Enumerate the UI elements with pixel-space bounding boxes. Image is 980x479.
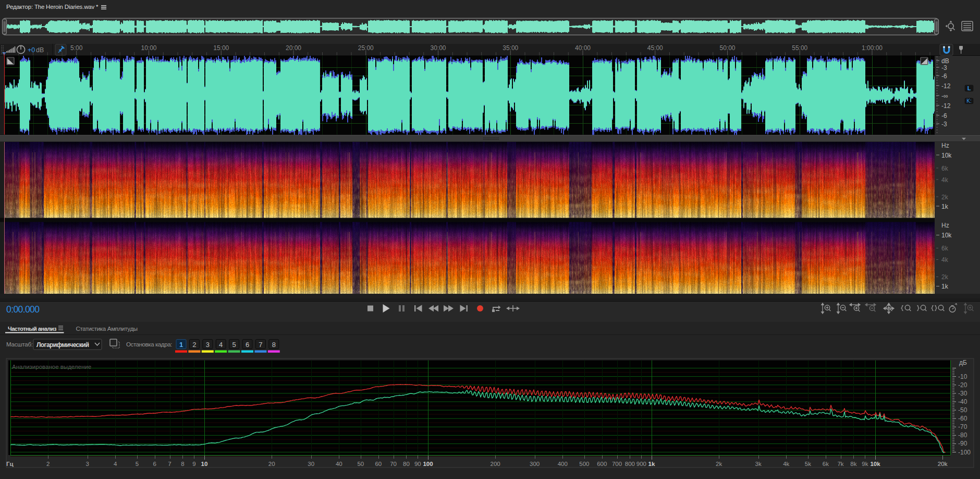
svg-text:4k: 4k — [941, 176, 949, 184]
svg-text:5: 5 — [136, 461, 139, 467]
svg-text:1k: 1k — [941, 203, 949, 210]
svg-text:-12: -12 — [941, 102, 951, 110]
svg-text:-10: -10 — [958, 373, 967, 380]
svg-text:3: 3 — [85, 461, 89, 467]
svg-text:дБ: дБ — [959, 359, 967, 366]
svg-text:4k: 4k — [941, 256, 949, 264]
svg-text:60: 60 — [375, 461, 382, 467]
svg-text:5: 5 — [232, 341, 236, 349]
svg-text:-70: -70 — [958, 423, 967, 430]
svg-text:-50: -50 — [958, 406, 967, 414]
svg-text:Остановка кадра:: Остановка кадра: — [126, 341, 172, 348]
svg-text:6k: 6k — [823, 461, 829, 467]
svg-text:20k: 20k — [938, 461, 948, 467]
svg-text:2: 2 — [192, 341, 196, 349]
svg-text:8: 8 — [181, 461, 184, 467]
svg-text:8k: 8k — [850, 461, 856, 467]
svg-text:800: 800 — [625, 461, 635, 467]
svg-text:4k: 4k — [783, 461, 789, 467]
svg-text:Hz: Hz — [941, 222, 949, 229]
svg-text:1k: 1k — [941, 283, 949, 290]
svg-text:55:00: 55:00 — [792, 44, 807, 52]
svg-text:-60: -60 — [958, 415, 967, 422]
svg-text:90: 90 — [414, 461, 421, 467]
svg-text:25:00: 25:00 — [358, 44, 374, 52]
svg-text:dB: dB — [36, 46, 44, 54]
svg-text:-3: -3 — [941, 64, 947, 71]
svg-text:Статистика Амплитуды: Статистика Амплитуды — [76, 326, 138, 332]
svg-text:-20: -20 — [958, 381, 967, 389]
svg-text:600: 600 — [597, 461, 607, 467]
svg-text:2k: 2k — [941, 273, 949, 281]
svg-text:-12: -12 — [941, 82, 951, 90]
svg-text:2k: 2k — [716, 461, 722, 467]
svg-text:6: 6 — [246, 341, 249, 349]
svg-text:+0: +0 — [28, 46, 35, 54]
svg-text:40: 40 — [336, 461, 342, 467]
svg-text:-80: -80 — [958, 432, 967, 439]
svg-text:30:00: 30:00 — [430, 44, 446, 52]
svg-text:-90: -90 — [958, 440, 967, 447]
svg-text:-30: -30 — [958, 390, 967, 397]
svg-text:Частотный анализ: Частотный анализ — [8, 326, 57, 332]
svg-text:Масштаб:: Масштаб: — [6, 341, 33, 348]
svg-text:70: 70 — [390, 461, 397, 467]
svg-text:Анализированое выделение: Анализированое выделение — [12, 364, 91, 370]
svg-text:30: 30 — [308, 461, 314, 467]
svg-text:10k: 10k — [941, 232, 952, 239]
svg-text:15:00: 15:00 — [213, 44, 229, 52]
svg-text:-∞: -∞ — [941, 92, 948, 100]
svg-text:dB: dB — [941, 57, 949, 65]
svg-text:7k: 7k — [837, 461, 843, 467]
svg-text:400: 400 — [558, 461, 568, 467]
svg-text:700: 700 — [612, 461, 622, 467]
svg-text:3k: 3k — [755, 461, 762, 467]
svg-text:2: 2 — [46, 461, 50, 467]
svg-text:6k: 6k — [941, 245, 949, 252]
svg-text:50: 50 — [357, 461, 364, 467]
svg-text:10: 10 — [201, 461, 208, 467]
svg-text:-3: -3 — [941, 121, 947, 128]
svg-text:10:00: 10:00 — [141, 44, 156, 52]
svg-text:4: 4 — [114, 461, 117, 467]
svg-text:50:00: 50:00 — [719, 44, 735, 52]
svg-text:80: 80 — [403, 461, 410, 467]
svg-text:10k: 10k — [870, 461, 880, 467]
svg-text:1k: 1k — [648, 461, 655, 467]
svg-text:8: 8 — [272, 341, 276, 349]
svg-text:L: L — [967, 85, 971, 91]
svg-text:300: 300 — [530, 461, 540, 467]
svg-text:1:00:00: 1:00:00 — [862, 44, 883, 52]
svg-text:5k: 5k — [805, 461, 811, 467]
svg-text:9: 9 — [192, 461, 195, 467]
svg-text:-100: -100 — [958, 449, 971, 456]
svg-text:K:: K: — [966, 98, 971, 104]
svg-text:Гц: Гц — [6, 461, 14, 467]
svg-text:7: 7 — [168, 461, 171, 467]
svg-text:-40: -40 — [958, 398, 967, 405]
svg-text:10k: 10k — [941, 152, 952, 159]
svg-text:4: 4 — [219, 341, 223, 349]
svg-text:-6: -6 — [941, 73, 947, 80]
svg-text:20: 20 — [268, 461, 275, 467]
svg-text:40:00: 40:00 — [575, 44, 591, 52]
svg-text:-6: -6 — [941, 112, 947, 119]
svg-text:7: 7 — [259, 341, 262, 349]
svg-text:1: 1 — [179, 341, 183, 349]
svg-text:35:00: 35:00 — [503, 44, 518, 52]
svg-text:500: 500 — [579, 461, 589, 467]
svg-text:Hz: Hz — [941, 142, 949, 149]
svg-text:6k: 6k — [941, 165, 949, 172]
svg-text:9k: 9k — [862, 461, 868, 467]
svg-text:20:00: 20:00 — [286, 44, 301, 52]
svg-text:45:00: 45:00 — [647, 44, 663, 52]
svg-text:3: 3 — [206, 341, 210, 349]
svg-text:100: 100 — [423, 461, 433, 467]
svg-text:0:00.000: 0:00.000 — [6, 304, 40, 315]
svg-text:2k: 2k — [941, 194, 949, 201]
svg-text:5:00: 5:00 — [70, 44, 83, 52]
svg-text:Логарифмический: Логарифмический — [36, 341, 89, 349]
svg-text:6: 6 — [153, 461, 156, 467]
svg-text:Редактор: The Heroin Diaries.w: Редактор: The Heroin Diaries.wav * — [6, 4, 99, 10]
svg-text:900: 900 — [636, 461, 646, 467]
